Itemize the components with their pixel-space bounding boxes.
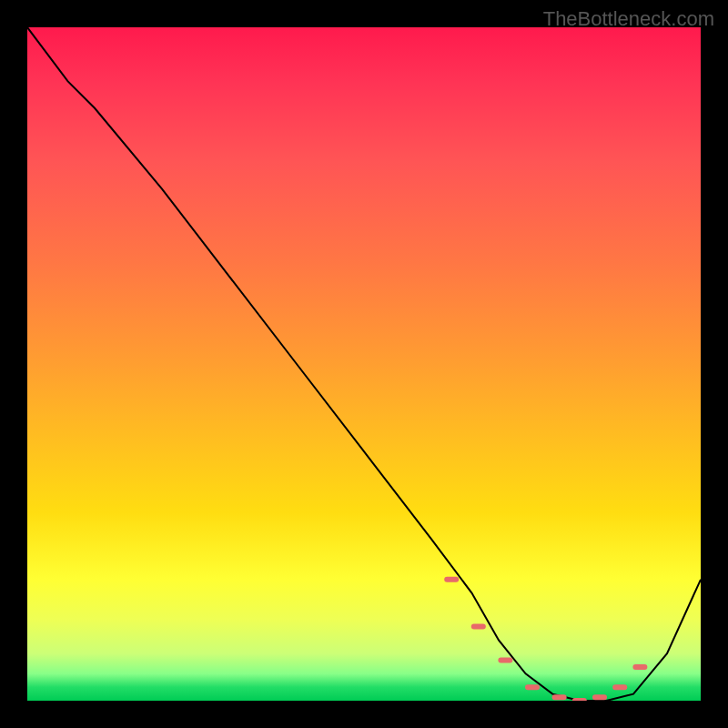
- marker-dot: [471, 624, 486, 630]
- chart-svg: [27, 27, 701, 701]
- marker-dot: [572, 698, 587, 701]
- marker-dot: [592, 694, 607, 700]
- marker-dot: [525, 684, 540, 690]
- marker-group: [444, 577, 647, 701]
- marker-dot: [444, 577, 459, 582]
- marker-dot: [632, 664, 647, 670]
- marker-dot: [612, 684, 627, 690]
- marker-dot: [552, 694, 567, 700]
- watermark-text: TheBottleneck.com: [543, 7, 714, 31]
- marker-dot: [498, 658, 512, 663]
- chart-plot-area: [27, 27, 701, 701]
- curve-line: [27, 27, 701, 701]
